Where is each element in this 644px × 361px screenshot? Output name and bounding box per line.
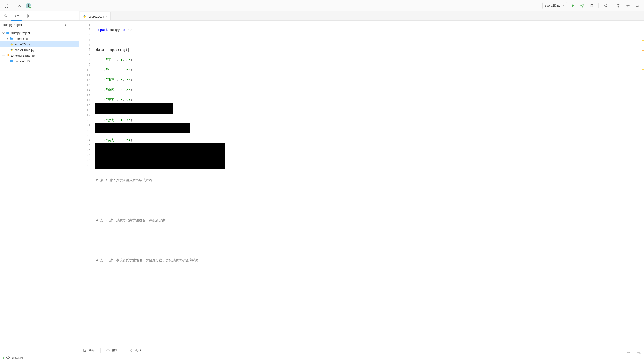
divider xyxy=(100,348,100,353)
sidebar-tab-label: 项目 xyxy=(14,14,20,18)
terminal-tab[interactable]: 终端 xyxy=(83,348,94,352)
tree-label: scoreCurve.py xyxy=(14,48,34,52)
upload-button[interactable] xyxy=(55,22,61,28)
add-button[interactable] xyxy=(70,22,76,28)
output-icon xyxy=(106,348,110,352)
tree-external-libraries[interactable]: External Libraries xyxy=(0,53,79,58)
output-tab[interactable]: 输出 xyxy=(106,348,118,352)
chevron-down-icon xyxy=(2,54,5,57)
divider xyxy=(612,3,612,8)
terminal-icon xyxy=(83,348,86,352)
globe-icon xyxy=(26,14,29,18)
run-target-label: score2D.py xyxy=(545,4,560,7)
folder-icon xyxy=(6,31,10,35)
divider xyxy=(598,3,598,8)
settings-button[interactable] xyxy=(624,2,632,9)
status-indicator xyxy=(3,358,4,359)
library-icon xyxy=(6,54,10,57)
svg-point-8 xyxy=(628,5,629,6)
bottom-tab-label: 调试 xyxy=(135,348,141,352)
svg-point-0 xyxy=(19,4,20,6)
chevron-right-icon xyxy=(6,37,9,40)
bottom-tab-label: 输出 xyxy=(112,348,118,352)
tree-label: python3.10 xyxy=(14,59,30,63)
search-icon xyxy=(4,14,8,18)
project-actions xyxy=(55,22,76,28)
main: 项目 NumpyProject xyxy=(0,11,644,355)
add-user-button[interactable] xyxy=(16,2,24,9)
python-file-icon xyxy=(10,48,14,52)
python-file-icon xyxy=(10,42,14,46)
redacted-block-3 xyxy=(94,143,225,169)
folder-icon xyxy=(10,37,14,40)
divider xyxy=(13,3,14,8)
svg-point-7 xyxy=(618,6,619,6)
svg-point-1 xyxy=(582,5,583,6)
tree-label: NumpyProject xyxy=(11,31,30,35)
redacted-block-1 xyxy=(94,103,173,114)
sidebar-tab-web[interactable] xyxy=(23,11,32,21)
code-content[interactable]: import numpy as np data = np.array([ ("丁… xyxy=(93,21,644,345)
debug-tab[interactable]: 调试 xyxy=(130,348,141,352)
status-bar: 云端项目 xyxy=(0,355,644,361)
editor-body[interactable]: 1234567891011121314151617181920212223242… xyxy=(79,21,644,345)
bottom-panel: 终端 输出 调试 xyxy=(79,345,644,355)
svg-rect-2 xyxy=(591,4,593,6)
debug-button[interactable] xyxy=(578,2,586,9)
chevron-down-icon xyxy=(2,32,5,34)
svg-point-10 xyxy=(5,14,7,17)
cloud-icon xyxy=(6,356,10,360)
tree-label: Exercises xyxy=(14,37,28,40)
svg-point-3 xyxy=(604,5,604,6)
status-label: 云端项目 xyxy=(12,356,23,360)
tree-root[interactable]: NumpyProject xyxy=(0,30,79,36)
tree-file-scorecurve[interactable]: scoreCurve.py xyxy=(0,47,79,53)
svg-point-4 xyxy=(606,4,606,5)
watermark: @51CTO博客 xyxy=(626,351,641,355)
python-file-icon xyxy=(83,14,86,18)
project-title: NumpyProject xyxy=(3,23,22,26)
run-button[interactable] xyxy=(569,2,577,9)
toolbar-right: score2D.py xyxy=(542,2,641,9)
sidebar-tabs: 项目 xyxy=(0,11,79,21)
redacted-block-2 xyxy=(94,123,190,133)
tree-python310[interactable]: python3.10 xyxy=(0,58,79,64)
project-tree: NumpyProject Exercises score2D.py scoreC… xyxy=(0,29,79,355)
svg-point-9 xyxy=(636,4,638,6)
sidebar-tab-project[interactable]: 项目 xyxy=(11,11,22,21)
editor-tab-score2d[interactable]: score2D.py × xyxy=(80,12,111,20)
tree-file-score2d[interactable]: score2D.py xyxy=(0,41,79,47)
tree-label: External Libraries xyxy=(11,54,34,57)
tree-label: score2D.py xyxy=(14,42,30,46)
sidebar-tab-search[interactable] xyxy=(2,11,10,21)
bug-icon xyxy=(130,348,133,352)
search-button[interactable] xyxy=(634,2,641,9)
close-icon[interactable]: × xyxy=(106,15,108,18)
share-button[interactable] xyxy=(602,2,609,9)
stop-button[interactable] xyxy=(588,2,596,9)
folder-icon xyxy=(10,59,14,63)
toolbar-left: 1 xyxy=(3,2,31,9)
download-button[interactable] xyxy=(63,22,68,28)
project-header: NumpyProject xyxy=(0,21,79,29)
home-button[interactable] xyxy=(3,2,10,9)
editor-tabs: score2D.py × xyxy=(79,11,644,21)
svg-rect-13 xyxy=(107,349,109,351)
chevron-down-icon xyxy=(562,4,565,7)
avatar[interactable]: 1 xyxy=(26,3,31,8)
editor-tab-label: score2D.py xyxy=(88,15,104,18)
gutter: 1234567891011121314151617181920212223242… xyxy=(79,21,93,345)
top-toolbar: 1 score2D.py xyxy=(0,0,644,11)
svg-point-5 xyxy=(606,6,606,7)
sidebar: 项目 NumpyProject xyxy=(0,11,79,355)
tree-folder-exercises[interactable]: Exercises xyxy=(0,36,79,41)
editor-area: score2D.py × 123456789101112131415161718… xyxy=(79,11,644,355)
divider xyxy=(124,348,124,353)
run-config-selector[interactable]: score2D.py xyxy=(542,2,567,9)
svg-point-14 xyxy=(131,349,132,351)
svg-rect-12 xyxy=(83,349,86,351)
bottom-tab-label: 终端 xyxy=(88,348,94,352)
help-button[interactable] xyxy=(615,2,622,9)
